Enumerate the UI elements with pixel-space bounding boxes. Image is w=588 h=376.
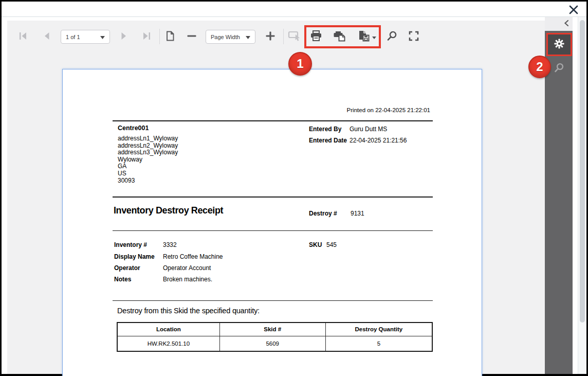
column-header: Skid # [219, 323, 325, 336]
address-line: addressLn3_Wyloway [118, 149, 178, 156]
chevron-down-icon [100, 34, 105, 40]
chevron-down-icon [372, 33, 376, 41]
zoom-out-button[interactable] [183, 28, 200, 45]
minus-icon [186, 30, 197, 43]
page-number-value: 1 of 1 [66, 34, 80, 40]
collapse-sidebar-button[interactable] [563, 20, 569, 28]
print-button[interactable] [307, 28, 325, 45]
entered-by-value: Guru Dutt MS [350, 126, 387, 133]
window-frame: 1 of 1 [2, 2, 586, 374]
first-page-button[interactable] [14, 28, 32, 45]
zoom-mode-value: Page Width [211, 34, 240, 40]
toolbar: 1 of 1 [7, 21, 545, 52]
vertical-scrollbar[interactable] [578, 17, 586, 374]
column-header: Location [117, 323, 219, 336]
callout-badge-1: 1 [288, 52, 312, 76]
plus-icon [265, 30, 276, 43]
field-value: 3332 [163, 241, 177, 248]
divider [113, 196, 433, 198]
address-line: 30093 [118, 177, 178, 185]
zoom-mode-select[interactable]: Page Width [206, 30, 255, 44]
whole-page-icon [164, 30, 176, 43]
previous-page-button[interactable] [38, 28, 56, 45]
fullscreen-brackets-icon [408, 30, 420, 44]
zoom-in-button[interactable] [262, 28, 279, 45]
search-button[interactable] [383, 28, 401, 45]
field-label: Inventory # [114, 241, 147, 248]
sku-label: SKU [309, 241, 322, 248]
report-page: Printed on 22-04-2025 21:22:01 Centre001… [62, 69, 482, 376]
whole-page-button[interactable] [161, 28, 179, 45]
field-label: Display Name [114, 253, 155, 260]
callout-badge-2: 2 [528, 56, 551, 78]
print-preview-button[interactable] [330, 28, 348, 45]
divider [113, 300, 433, 301]
address-line: GA [118, 163, 178, 170]
field-value: Broken machines. [163, 276, 212, 283]
entered-date-label: Entered Date [309, 137, 347, 144]
address-line: US [118, 170, 178, 177]
scrollbar-gap [573, 17, 578, 374]
sidebar-search-button[interactable] [551, 60, 567, 77]
table-cell: 5609 [219, 336, 325, 351]
titlebar [2, 2, 586, 16]
fullscreen-button[interactable] [405, 28, 422, 45]
address-block: addressLn1_Wyloway addressLn2_Wyloway ad… [118, 135, 178, 184]
field-value: Retro Coffee Machine [163, 253, 223, 260]
magnifier-icon [553, 62, 565, 76]
gear-icon [553, 38, 565, 51]
sidebar-dark-bar [545, 31, 574, 374]
report-viewer-window: 1 of 1 [0, 0, 588, 376]
centre-name: Centre001 [118, 124, 149, 132]
viewer-panel: 1 of 1 [7, 21, 545, 374]
scrollbar-thumb[interactable] [580, 20, 585, 323]
table-cell: HW.RK2.501.10 [117, 336, 219, 351]
close-icon [568, 9, 579, 17]
field-label: Operator [114, 264, 140, 272]
first-page-icon [17, 30, 29, 43]
toolbar-separator [159, 29, 160, 44]
settings-button[interactable] [546, 33, 572, 56]
column-header: Destroy Quantity [325, 323, 432, 336]
selection-pointer-icon [288, 30, 301, 44]
titlebar-divider [2, 16, 586, 17]
entered-date-value: 22-04-2025 21:21:56 [350, 137, 407, 144]
field-label: Notes [114, 276, 131, 283]
table-row: HW.RK2.501.10 5609 5 [117, 336, 432, 351]
toolbar-separator [283, 29, 284, 44]
section-title: Destroy from this Skid the specified qua… [117, 307, 260, 315]
previous-page-icon [41, 30, 52, 43]
address-line: addressLn1_Wyloway [118, 135, 178, 142]
next-page-button[interactable] [115, 28, 133, 45]
chevron-down-icon [246, 34, 250, 40]
printed-on-text: Printed on 22-04-2025 21:22:01 [347, 107, 430, 113]
printer-icon [309, 29, 323, 44]
magnifier-icon [386, 30, 398, 44]
next-page-icon [118, 30, 130, 43]
page-number-select[interactable]: 1 of 1 [61, 30, 110, 44]
field-value: Operator Account [163, 264, 211, 272]
divider [113, 120, 433, 121]
destroy-number-label: Destroy # [309, 210, 337, 217]
save-export-icon [357, 29, 371, 44]
sku-value: 545 [326, 241, 337, 248]
last-page-icon [141, 30, 152, 43]
last-page-button[interactable] [138, 28, 155, 45]
printer-page-icon [333, 29, 346, 44]
export-button[interactable] [355, 28, 378, 45]
close-button[interactable] [567, 4, 580, 17]
sidebar-header [545, 17, 574, 31]
toggle-selection-button[interactable] [286, 28, 303, 45]
entered-by-label: Entered By [309, 126, 341, 133]
address-line: Wyloway [118, 156, 178, 164]
chevron-left-icon [563, 21, 569, 28]
table-cell: 5 [325, 336, 432, 351]
destroy-number-value: 9131 [351, 210, 364, 217]
divider [113, 230, 433, 231]
report-title: Inventory Destroy Receipt [114, 205, 223, 216]
destroy-table: Location Skid # Destroy Quantity HW.RK2.… [117, 322, 433, 352]
table-header-row: Location Skid # Destroy Quantity [117, 323, 432, 336]
address-line: addressLn2_Wyloway [118, 142, 178, 150]
